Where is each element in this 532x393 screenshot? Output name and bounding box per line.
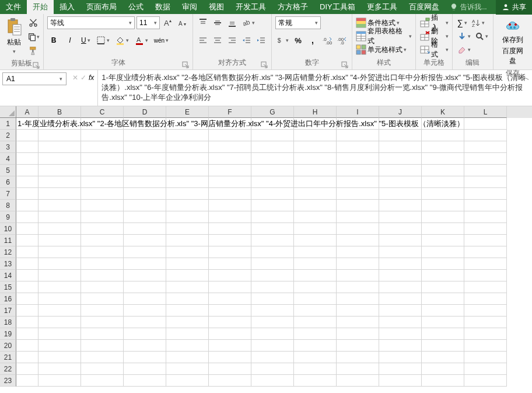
cell-F19[interactable] xyxy=(209,328,251,340)
cell-C12[interactable] xyxy=(81,246,124,258)
cell-J21[interactable] xyxy=(379,352,422,363)
cell-E23[interactable] xyxy=(166,375,209,387)
cell-H20[interactable] xyxy=(294,340,337,352)
row-header-8[interactable]: 8 xyxy=(0,200,16,211)
cell-H6[interactable] xyxy=(294,176,337,188)
cell-C20[interactable] xyxy=(81,340,124,352)
cell-K13[interactable] xyxy=(422,258,464,270)
row-header-17[interactable]: 17 xyxy=(0,305,16,317)
currency-button[interactable]: $▾ xyxy=(275,34,290,47)
enter-formula-button[interactable]: ✓ xyxy=(80,74,86,82)
cell-E8[interactable] xyxy=(166,200,209,211)
underline-button[interactable]: U▾ xyxy=(80,34,92,47)
cell-E21[interactable] xyxy=(166,352,209,363)
cell-I7[interactable] xyxy=(337,188,379,200)
cell-D20[interactable] xyxy=(124,340,166,352)
cell-L7[interactable] xyxy=(464,188,507,200)
table-format-button[interactable]: 套用表格格式▾ xyxy=(356,30,412,43)
cell-D8[interactable] xyxy=(124,200,166,211)
cell-H11[interactable] xyxy=(294,235,337,246)
cell-D5[interactable] xyxy=(124,165,166,176)
cell-F12[interactable] xyxy=(209,246,251,258)
cell-I20[interactable] xyxy=(337,340,379,352)
cell-I10[interactable] xyxy=(337,223,379,235)
cell-I8[interactable] xyxy=(337,200,379,211)
cell-G12[interactable] xyxy=(251,246,294,258)
cells-format-button[interactable]: 格式▾ xyxy=(419,43,449,56)
cell-J7[interactable] xyxy=(379,188,422,200)
cell-C22[interactable] xyxy=(81,363,124,375)
align-center-button[interactable] xyxy=(211,34,224,47)
cell-B10[interactable] xyxy=(38,223,81,235)
find-button[interactable]: ▾ xyxy=(474,30,489,43)
cell-A21[interactable] xyxy=(16,352,38,363)
cell-J5[interactable] xyxy=(379,165,422,176)
cell-E2[interactable] xyxy=(166,130,209,141)
cell-C11[interactable] xyxy=(81,235,124,246)
cell-B16[interactable] xyxy=(38,293,81,305)
cell-L20[interactable] xyxy=(464,340,507,352)
cell-L4[interactable] xyxy=(464,153,507,165)
cell-K6[interactable] xyxy=(422,176,464,188)
cell-B9[interactable] xyxy=(38,211,81,223)
cell-A12[interactable] xyxy=(16,246,38,258)
row-header-18[interactable]: 18 xyxy=(0,317,16,328)
cell-L14[interactable] xyxy=(464,270,507,281)
cell-G21[interactable] xyxy=(251,352,294,363)
align-right-button[interactable] xyxy=(226,34,239,47)
cell-H2[interactable] xyxy=(294,130,337,141)
cell-F14[interactable] xyxy=(209,270,251,281)
cell-styles-button[interactable]: 单元格样式▾ xyxy=(356,43,412,56)
cell-C6[interactable] xyxy=(81,176,124,188)
cell-A5[interactable] xyxy=(16,165,38,176)
cell-J16[interactable] xyxy=(379,293,422,305)
cell-L18[interactable] xyxy=(464,317,507,328)
cell-K18[interactable] xyxy=(422,317,464,328)
cell-I19[interactable] xyxy=(337,328,379,340)
col-header-F[interactable]: F xyxy=(209,106,251,118)
cell-K22[interactable] xyxy=(422,363,464,375)
cell-K21[interactable] xyxy=(422,352,464,363)
cell-H13[interactable] xyxy=(294,258,337,270)
row-header-12[interactable]: 12 xyxy=(0,246,16,258)
cell-D23[interactable] xyxy=(124,375,166,387)
cell-L16[interactable] xyxy=(464,293,507,305)
menu-review[interactable]: 审阅 xyxy=(176,0,203,15)
formula-bar[interactable]: 1-年度业绩分析表.xlsx" "2-各地区销售数据分析.xls" "3-网店销… xyxy=(97,70,532,106)
cell-B2[interactable] xyxy=(38,130,81,141)
cell-K4[interactable] xyxy=(422,153,464,165)
cell-H7[interactable] xyxy=(294,188,337,200)
cell-E15[interactable] xyxy=(166,281,209,293)
cells-area[interactable]: 1-年度业绩分析表.xlsx" "2-各地区销售数据分析.xls" "3-网店销… xyxy=(16,118,532,387)
cell-C5[interactable] xyxy=(81,165,124,176)
font-name-combo[interactable]: 等线▾ xyxy=(47,16,135,29)
cell-K7[interactable] xyxy=(422,188,464,200)
cell-E4[interactable] xyxy=(166,153,209,165)
clipboard-launcher[interactable] xyxy=(33,62,40,69)
cell-I4[interactable] xyxy=(337,153,379,165)
cell-J15[interactable] xyxy=(379,281,422,293)
cell-L22[interactable] xyxy=(464,363,507,375)
cell-G17[interactable] xyxy=(251,305,294,317)
cell-A11[interactable] xyxy=(16,235,38,246)
cell-L23[interactable] xyxy=(464,375,507,387)
cell-E20[interactable] xyxy=(166,340,209,352)
cell-H3[interactable] xyxy=(294,141,337,153)
increase-indent-button[interactable] xyxy=(255,34,268,47)
cell-K23[interactable] xyxy=(422,375,464,387)
cell-L13[interactable] xyxy=(464,258,507,270)
phonetic-button[interactable]: wén▾ xyxy=(153,34,170,47)
cell-F22[interactable] xyxy=(209,363,251,375)
cell-J2[interactable] xyxy=(379,130,422,141)
row-header-1[interactable]: 1 xyxy=(0,118,16,130)
cell-A6[interactable] xyxy=(16,176,38,188)
cell-F23[interactable] xyxy=(209,375,251,387)
cell-K10[interactable] xyxy=(422,223,464,235)
col-header-G[interactable]: G xyxy=(251,106,294,118)
cell-I13[interactable] xyxy=(337,258,379,270)
cell-L19[interactable] xyxy=(464,328,507,340)
decrease-indent-button[interactable] xyxy=(240,34,253,47)
cell-J14[interactable] xyxy=(379,270,422,281)
row-header-2[interactable]: 2 xyxy=(0,130,16,141)
cell-E12[interactable] xyxy=(166,246,209,258)
